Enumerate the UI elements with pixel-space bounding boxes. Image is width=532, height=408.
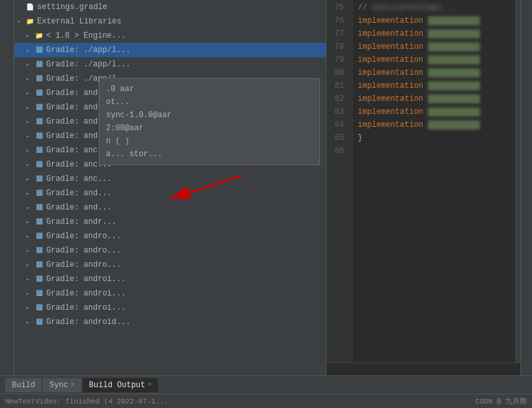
- code-line: implementation: [358, 105, 515, 118]
- gradle-icon: 🅶: [34, 303, 44, 313]
- dependencies-bar: [326, 362, 520, 375]
- gradle-icon: 🅶: [34, 245, 44, 256]
- tree-arrow[interactable]: [26, 247, 34, 254]
- file-icon: 📄: [25, 2, 35, 12]
- tree-arrow[interactable]: [26, 204, 34, 211]
- line-number: 78: [326, 40, 348, 53]
- tree-item-label: Gradle: andr...: [46, 217, 116, 226]
- main-area: 📄settings.gradle📁External Libraries📁< 1.…: [0, 0, 532, 375]
- gradle-icon: 🅶: [34, 217, 44, 227]
- status-right: CSDN @ 九月阁: [475, 396, 527, 406]
- tree-arrow[interactable]: [26, 133, 34, 140]
- popup-row: 2:00@aar: [106, 122, 313, 135]
- bottom-tab-build-output[interactable]: Build Output×: [83, 378, 158, 392]
- tree-item-label: Gradle: ./app/l...: [46, 46, 131, 55]
- tree-arrow[interactable]: [26, 176, 34, 183]
- gradle-icon: 🅶: [34, 174, 44, 184]
- code-line: implementation: [358, 92, 515, 105]
- tab-close-icon[interactable]: ×: [148, 381, 152, 388]
- code-line: implementation: [358, 66, 515, 79]
- tree-item-1[interactable]: 📄settings.gradle: [14, 0, 326, 14]
- bottom-tab-sync[interactable]: Sync×: [43, 378, 81, 392]
- gradle-icon: 🅶: [34, 59, 44, 70]
- tree-item-14[interactable]: 🅶Gradle: and...: [14, 186, 326, 200]
- project-panel: 📄settings.gradle📁External Libraries📁< 1.…: [14, 0, 326, 375]
- tree-item-19[interactable]: 🅶Gradle: andro...: [14, 258, 326, 272]
- gradle-icon: 🅶: [34, 159, 44, 170]
- tree-item-22[interactable]: 🅶Gradle: androi...: [14, 301, 326, 315]
- tree-arrow[interactable]: [26, 262, 34, 269]
- tree-item-label: settings.gradle: [37, 3, 107, 12]
- code-line: implementation: [358, 14, 515, 27]
- tree-arrow[interactable]: [26, 233, 34, 240]
- tree-item-4[interactable]: 🅶Gradle: ./app/l...: [14, 43, 326, 57]
- tree-arrow[interactable]: [17, 18, 25, 25]
- resource-manager-tab[interactable]: [5, 0, 10, 10]
- tree-arrow[interactable]: [26, 104, 34, 111]
- tree-arrow[interactable]: [26, 190, 34, 197]
- code-line: implementation: [358, 27, 515, 40]
- tree-arrow[interactable]: [26, 33, 34, 40]
- tree-item-label: Gradle: ./app/l...: [46, 60, 131, 69]
- code-line: implementation: [358, 79, 515, 92]
- line-numbers: 7576777879808182💡83848586: [326, 0, 352, 362]
- popup-row: sync-1.0.0@aar: [106, 109, 313, 122]
- tree-arrow[interactable]: [26, 219, 34, 226]
- popup-overlay: .0 aarot...sync-1.0.0@aar2:00@aarn ( )a.…: [99, 78, 320, 165]
- tree-item-label: Gradle: andro...: [46, 246, 121, 255]
- line-number: 84: [326, 118, 348, 131]
- structure-tab[interactable]: [524, 0, 529, 10]
- tree-arrow[interactable]: [26, 319, 34, 326]
- tree-arrow[interactable]: [26, 47, 34, 54]
- line-number: 80: [326, 66, 348, 79]
- tree-item-label: Gradle: and...: [46, 203, 112, 212]
- tree-arrow[interactable]: [26, 147, 34, 154]
- bottom-bar: BuildSync×Build Output×: [0, 375, 532, 394]
- tree-item-20[interactable]: 🅶Gradle: androi...: [14, 272, 326, 286]
- tree-item-17[interactable]: 🅶Gradle: andro...: [14, 229, 326, 243]
- bottom-tab-build[interactable]: Build: [5, 378, 42, 392]
- tree-arrow[interactable]: [26, 161, 34, 169]
- tree-item-23[interactable]: 🅶Gradle: android...: [14, 315, 326, 329]
- line-number: 85: [326, 131, 348, 144]
- tree-arrow[interactable]: [26, 90, 34, 97]
- gradle-icon: 🅶: [34, 102, 44, 113]
- code-line: implementation: [358, 118, 515, 131]
- gradle-icon: 🅶: [34, 274, 44, 284]
- left-sidebar: [0, 0, 14, 375]
- tree-item-label: Gradle: androi...: [46, 303, 126, 312]
- tree-arrow[interactable]: [26, 118, 34, 126]
- code-line: implementation: [358, 53, 515, 66]
- tree-arrow[interactable]: [26, 276, 34, 283]
- tree-item-21[interactable]: 🅶Gradle: androi...: [14, 286, 326, 301]
- tab-close-icon[interactable]: ×: [71, 381, 75, 388]
- tree-arrow[interactable]: [26, 61, 34, 68]
- gradle-icon: 🅶: [34, 231, 44, 241]
- tree-item-18[interactable]: 🅶Gradle: andro...: [14, 243, 326, 258]
- tree-item-2[interactable]: 📁External Libraries: [14, 14, 326, 29]
- line-number: 76: [326, 14, 348, 27]
- line-number: 75: [326, 1, 348, 14]
- tree-item-3[interactable]: 📁< 1.8 > Engine...: [14, 29, 326, 43]
- tree-item-label: Gradle: androi...: [46, 289, 126, 298]
- scrollbar[interactable]: [515, 0, 520, 362]
- tree-arrow[interactable]: [26, 305, 34, 312]
- tree-item-16[interactable]: 🅶Gradle: andr...: [14, 215, 326, 229]
- tree-item-label: Gradle: andro...: [46, 232, 121, 241]
- tree-container[interactable]: 📄settings.gradle📁External Libraries📁< 1.…: [14, 0, 326, 375]
- tree-arrow[interactable]: [26, 75, 34, 83]
- line-number: 86: [326, 144, 348, 157]
- tree-item-5[interactable]: 🅶Gradle: ./app/l...: [14, 57, 326, 72]
- code-line: }: [358, 131, 515, 144]
- tree-item-15[interactable]: 🅶Gradle: and...: [14, 200, 326, 215]
- line-number: 83: [326, 105, 348, 118]
- tree-item-label: Gradle: anc...: [46, 174, 112, 184]
- gradle-icon: 🅶: [34, 260, 44, 270]
- gradle-icon: 🅶: [34, 317, 44, 327]
- popup-row: n ( ): [106, 135, 313, 148]
- tree-item-13[interactable]: 🅶Gradle: anc...: [14, 172, 326, 186]
- tree-arrow[interactable]: [26, 290, 34, 297]
- gradle-icon: 🅶: [34, 74, 44, 84]
- folder-icon: 📁: [25, 16, 35, 27]
- gradle-icon: 🅶: [34, 288, 44, 299]
